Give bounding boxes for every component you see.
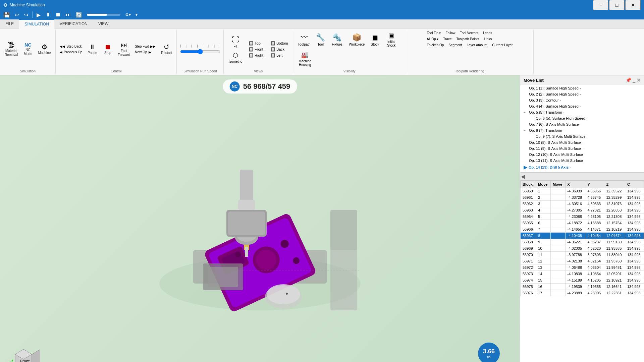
- thicken-op-button[interactable]: Thicken Op: [425, 43, 445, 48]
- follow-button[interactable]: Follow: [444, 31, 457, 36]
- list-item[interactable]: Op. 4 (4): Surface High Speed -: [520, 103, 644, 109]
- isometric-button[interactable]: ⬡ Isometric: [226, 50, 244, 65]
- workpiece-button[interactable]: 📦 Workpiece: [347, 32, 367, 48]
- fit-button[interactable]: ⛶ Fit: [226, 34, 244, 50]
- skip-button[interactable]: ⏭: [64, 11, 72, 19]
- list-item[interactable]: Op. 9 (7): S-Axis Multi Surface -: [520, 133, 644, 139]
- pin-button[interactable]: 📌: [626, 77, 631, 83]
- table-row[interactable]: 56973 14 -4.10838 4.10854 12.05201 134.9…: [521, 271, 644, 277]
- table-row[interactable]: 56970 11 -3.97788 3.97803 11.88040 134.9…: [521, 252, 644, 258]
- current-layer-button[interactable]: Current Layer: [491, 43, 514, 48]
- close-button[interactable]: ✕: [625, 0, 641, 10]
- pause-button[interactable]: ⏸ Pause: [86, 43, 99, 56]
- initial-stock-button[interactable]: ▣ InitialStock: [383, 31, 400, 49]
- machine-button[interactable]: ⚙ Machine: [36, 42, 53, 56]
- table-row[interactable]: 56971 12 -4.02138 4.02154 11.93760 134.9…: [521, 258, 644, 264]
- table-row[interactable]: 56968 9 -4.06221 4.06237 11.99130 134.99…: [521, 239, 644, 245]
- table-row[interactable]: 56967 8 -4.10438 4.10454 12.04674 134.99…: [521, 233, 644, 239]
- cell-block: 56963: [521, 207, 536, 214]
- list-item[interactable]: Op. 12 (10): S-Axis Multi Surface -: [520, 152, 644, 158]
- cell-z: 12.05201: [604, 271, 625, 277]
- table-row[interactable]: 56961 2 -4.33728 4.33745 12.35299 134.99…: [521, 194, 644, 201]
- right-view-button[interactable]: 🔲Right: [247, 53, 268, 58]
- list-item[interactable]: Op. 6 (5): Surface High Speed -: [520, 115, 644, 121]
- undo-button[interactable]: ↩: [13, 11, 21, 19]
- list-item[interactable]: − Op. 8 (7): Transform -: [520, 127, 644, 133]
- table-row[interactable]: 56964 5 -4.23088 4.23105 12.21308 134.99…: [521, 214, 644, 220]
- cell-y: 4.06504: [585, 264, 604, 271]
- back-view-button[interactable]: 🔲Back: [269, 47, 290, 52]
- top-view-button[interactable]: 🔲Top: [247, 41, 268, 46]
- leads-button[interactable]: Leads: [482, 31, 493, 36]
- table-row[interactable]: 56962 3 -4.30516 4.30533 12.31076 134.99…: [521, 201, 644, 207]
- tab-simulation[interactable]: SIMULATION: [19, 19, 54, 28]
- list-item[interactable]: Op. 10 (8): S-Axis Multi Surface -: [520, 139, 644, 145]
- table-row[interactable]: 56966 7 -4.14655 4.14671 12.10219 134.99…: [521, 226, 644, 233]
- tool-vectors-button[interactable]: Tool Vectors: [459, 31, 479, 36]
- minimize-button[interactable]: −: [593, 0, 608, 10]
- prev-op-button[interactable]: ◀ Previous Op: [58, 50, 84, 55]
- tool-button[interactable]: 🔧 Tool: [314, 32, 327, 48]
- fast-forward-button[interactable]: ⏭ FastForward: [116, 41, 131, 58]
- next-op-label: Next Op: [135, 50, 147, 54]
- save-button[interactable]: 💾: [2, 11, 12, 19]
- refresh-button[interactable]: 🔄: [74, 11, 84, 19]
- table-row[interactable]: 56972 13 -4.06488 4.06504 11.99481 134.9…: [521, 264, 644, 271]
- links-button[interactable]: Links: [483, 37, 493, 42]
- settings-button[interactable]: ⚙▾: [123, 11, 132, 19]
- list-item[interactable]: Op. 13 (11): S-Axis Multi Surface -: [520, 158, 644, 164]
- toolpath-button[interactable]: 〰 Toolpath: [296, 32, 313, 48]
- stock-button[interactable]: ◼ Stock: [368, 32, 382, 48]
- machine-housing-button[interactable]: 🏭 MachineHousing: [296, 50, 314, 68]
- stop-button[interactable]: ⏹ Stop: [101, 43, 114, 56]
- stop-tb-button[interactable]: ⏹: [54, 11, 62, 19]
- tab-view[interactable]: VIEW: [93, 19, 114, 28]
- list-item[interactable]: Op. 2 (2): Surface High Speed -: [520, 91, 644, 97]
- redo-button[interactable]: ↪: [22, 11, 30, 19]
- viewport[interactable]: NC 56 968/57 459: [0, 75, 520, 362]
- trace-button[interactable]: Trace: [442, 37, 453, 42]
- list-item[interactable]: Op. 1 (1): Surface High Speed -: [520, 85, 644, 91]
- table-row[interactable]: 56976 17 -4.23889 4.23905 12.22361 134.9…: [521, 290, 644, 296]
- minimize-panel-button[interactable]: _: [633, 77, 635, 83]
- fixture-button[interactable]: 🔩 Fixture: [329, 32, 345, 48]
- all-op-button[interactable]: All Op ▾: [425, 37, 440, 42]
- play-button[interactable]: ▶: [35, 11, 42, 19]
- table-row[interactable]: 56963 4 -4.27305 4.27321 12.26853 134.99…: [521, 207, 644, 214]
- svg-text:Front: Front: [20, 359, 30, 362]
- table-row[interactable]: 56965 6 -4.18872 4.18888 12.15764 134.99…: [521, 220, 644, 226]
- tool-tip-button[interactable]: Tool Tip ▾: [425, 31, 442, 36]
- table-row[interactable]: 56969 10 -4.02005 4.02020 11.93585 134.9…: [521, 245, 644, 252]
- more-button[interactable]: ▾: [134, 11, 139, 19]
- restart-button[interactable]: ↺ Restart: [159, 42, 174, 56]
- maximize-button[interactable]: □: [609, 0, 625, 10]
- speed-slider[interactable]: [180, 49, 220, 54]
- material-removal-button[interactable]: 🗜 MaterialRemoval: [3, 40, 20, 58]
- table-row[interactable]: 56960 1 -4.36939 4.36956 12.39522 134.99…: [521, 188, 644, 194]
- cell-x: -4.33728: [565, 194, 585, 201]
- list-item[interactable]: − Op. 5 (5): Transform -: [520, 109, 644, 115]
- next-op-button[interactable]: Next Op ▶: [133, 50, 157, 55]
- pause-tb-button[interactable]: ⏸: [44, 11, 52, 19]
- toolpath-points-button[interactable]: Toolpath Points: [455, 37, 480, 42]
- list-item-current[interactable]: ▶ Op. 14 (13): Drill 5 Axis -: [520, 164, 644, 171]
- svg-rect-26: [330, 210, 357, 250]
- list-item[interactable]: Op. 7 (6): S-Axis Multi Surface -: [520, 121, 644, 127]
- bottom-view-button[interactable]: 🔲Bottom: [269, 41, 290, 46]
- list-item[interactable]: Op. 11 (9): S-Axis Multi Surface -: [520, 145, 644, 152]
- tab-file[interactable]: FILE: [0, 19, 19, 28]
- close-panel-button[interactable]: ✕: [637, 77, 641, 83]
- cell-move1: 13: [536, 264, 551, 271]
- step-back-button[interactable]: ◀◀ Step Back: [58, 44, 84, 49]
- tab-verification[interactable]: VERIFICATION: [54, 19, 93, 28]
- cell-move1: 17: [536, 290, 551, 296]
- list-item[interactable]: Op. 3 (3): Contour -: [520, 97, 644, 103]
- table-row[interactable]: 56975 16 -4.19539 4.19555 12.16641 134.9…: [521, 284, 644, 290]
- table-row[interactable]: 56974 15 -4.15189 4.15205 12.10921 134.9…: [521, 277, 644, 284]
- segment-button[interactable]: Segment: [447, 43, 463, 48]
- step-fwd-button[interactable]: Step Fwd ▶▶: [133, 44, 157, 49]
- layer-amount-button[interactable]: Layer Amount: [465, 43, 489, 48]
- left-view-button[interactable]: 🔲Left: [269, 53, 290, 58]
- nc-mode-button[interactable]: NC NCMode: [21, 41, 35, 57]
- front-view-button[interactable]: 🔲Front: [247, 47, 268, 52]
